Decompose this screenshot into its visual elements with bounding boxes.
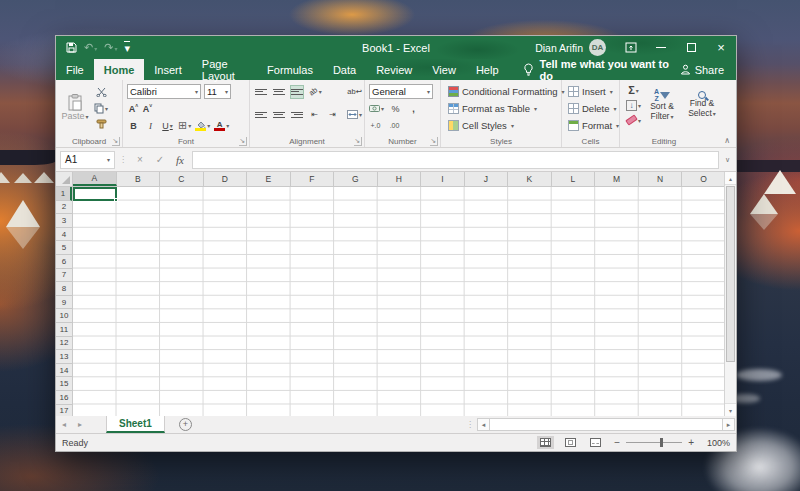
alignment-dialog-launcher-icon[interactable]: ↘ [354,137,362,146]
row-header-1[interactable]: 1 [56,187,72,201]
row-header-13[interactable]: 13 [56,350,72,364]
new-sheet-button[interactable]: + [179,418,192,431]
copy-button[interactable] [94,101,108,115]
middle-align-button[interactable] [272,85,285,99]
autosum-button[interactable]: Σ [626,83,641,97]
delete-cells-button[interactable]: Delete [568,100,617,117]
column-header-O[interactable]: O [682,172,726,186]
tell-me-box[interactable]: Tell me what you want to do [523,59,680,80]
shrink-font-button[interactable]: A˅ [141,102,154,116]
row-header-10[interactable]: 10 [56,309,72,323]
column-header-N[interactable]: N [639,172,683,186]
row-header-11[interactable]: 11 [56,323,72,337]
decrease-indent-button[interactable]: ⇤ [308,108,321,122]
tab-formulas[interactable]: Formulas [257,59,323,80]
bottom-align-button[interactable] [290,85,304,99]
decrease-decimal-button[interactable]: .00 [388,119,401,133]
format-cells-button[interactable]: Format [568,117,617,134]
zoom-in-button[interactable]: + [688,437,694,448]
tab-review[interactable]: Review [366,59,422,80]
row-header-4[interactable]: 4 [56,228,72,242]
wrap-text-button[interactable]: ab↩ [347,85,362,99]
vertical-scrollbar[interactable]: ▴ ▾ [724,172,736,416]
row-header-5[interactable]: 5 [56,241,72,255]
row-header-7[interactable]: 7 [56,269,72,283]
page-break-view-button[interactable] [587,436,604,449]
formula-input[interactable] [192,151,719,169]
fill-handle[interactable] [114,198,118,202]
row-header-6[interactable]: 6 [56,255,72,269]
font-size-combo[interactable]: 11▾ [204,84,231,99]
merge-center-button[interactable] [347,108,362,122]
insert-function-button[interactable]: fx [172,154,188,166]
formula-bar-splitter[interactable]: ⋮ [119,155,128,164]
page-layout-view-button[interactable] [562,436,579,449]
save-icon[interactable] [66,42,77,53]
zoom-slider-thumb[interactable] [660,438,663,447]
maximize-button[interactable] [676,36,706,59]
clipboard-dialog-launcher-icon[interactable]: ↘ [112,137,120,146]
tab-help[interactable]: Help [466,59,509,80]
row-header-12[interactable]: 12 [56,337,72,351]
next-sheet-button[interactable]: ▸ [72,416,88,433]
comma-style-button[interactable]: , [407,102,420,116]
fill-color-button[interactable] [195,119,210,133]
enter-button[interactable]: ✓ [152,154,168,165]
paste-button[interactable]: Paste [60,83,90,131]
customize-quick-access-icon[interactable]: ▾ [124,41,130,54]
bold-button[interactable]: B [127,119,140,133]
avatar[interactable]: DA [589,39,606,56]
column-header-J[interactable]: J [465,172,509,186]
cell-styles-button[interactable]: Cell Styles [448,117,559,134]
column-header-D[interactable]: D [204,172,248,186]
tab-file[interactable]: File [56,59,94,80]
number-dialog-launcher-icon[interactable]: ↘ [430,137,438,146]
font-name-combo[interactable]: Calibri▾ [127,84,201,99]
column-header-L[interactable]: L [552,172,596,186]
column-header-K[interactable]: K [508,172,552,186]
row-header-2[interactable]: 2 [56,201,72,215]
find-select-button[interactable]: Find & Select [683,83,721,127]
tab-home[interactable]: Home [94,59,145,80]
sort-filter-button[interactable]: AZ Sort & Filter [643,83,681,127]
vertical-scroll-thumb[interactable] [726,186,735,362]
align-left-button[interactable] [254,108,267,122]
orientation-button[interactable]: ab [309,85,322,99]
tab-splitter[interactable]: ⋮ [466,420,474,429]
column-header-I[interactable]: I [421,172,465,186]
horizontal-scrollbar[interactable]: ⋮ ◂ ▸ [466,416,736,433]
increase-decimal-button[interactable]: +.0 [369,119,382,133]
column-header-G[interactable]: G [334,172,378,186]
zoom-level[interactable]: 100% [700,438,730,448]
horizontal-scroll-track[interactable] [490,418,722,431]
sheet-tab-sheet1[interactable]: Sheet1 [106,416,165,433]
zoom-slider[interactable] [626,442,682,443]
accounting-format-button[interactable] [369,102,384,116]
format-as-table-button[interactable]: Format as Table [448,100,559,117]
row-header-16[interactable]: 16 [56,391,72,405]
row-header-14[interactable]: 14 [56,364,72,378]
tab-insert[interactable]: Insert [144,59,192,80]
insert-cells-button[interactable]: Insert [568,83,617,100]
row-header-3[interactable]: 3 [56,214,72,228]
scroll-left-button[interactable]: ◂ [477,418,490,431]
name-box[interactable]: A1 ▾ [60,151,115,169]
expand-formula-bar-icon[interactable]: ∨ [723,156,732,164]
minimize-button[interactable] [646,36,676,59]
percent-style-button[interactable]: % [389,102,402,116]
top-align-button[interactable] [254,85,267,99]
cancel-button[interactable]: × [132,154,148,165]
previous-sheet-button[interactable]: ◂ [56,416,72,433]
sheet-grid[interactable] [73,187,724,416]
tab-page-layout[interactable]: Page Layout [192,59,257,80]
align-center-button[interactable] [272,108,285,122]
row-header-9[interactable]: 9 [56,296,72,310]
increase-indent-button[interactable]: ⇥ [326,108,339,122]
redo-button[interactable]: ↷▾ [104,42,117,53]
borders-button[interactable]: ⊞ [178,119,191,133]
column-header-M[interactable]: M [595,172,639,186]
cut-button[interactable] [94,85,108,99]
normal-view-button[interactable] [537,436,554,449]
font-color-button[interactable]: A [214,119,229,133]
row-header-8[interactable]: 8 [56,282,72,296]
